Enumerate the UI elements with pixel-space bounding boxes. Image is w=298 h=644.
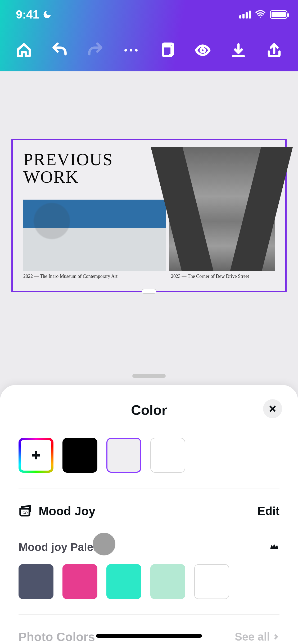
- document-colors-row: [19, 425, 279, 489]
- more-icon: [124, 49, 138, 52]
- download-button[interactable]: [223, 34, 254, 66]
- palette-swatch-3[interactable]: [106, 564, 141, 599]
- design-image-right[interactable]: [169, 147, 275, 271]
- cellular-icon: [239, 11, 251, 19]
- crown-icon: [269, 541, 279, 553]
- touch-indicator: [93, 533, 115, 555]
- status-time: 9:41: [16, 8, 39, 21]
- close-icon: [268, 404, 277, 413]
- color-swatch-black[interactable]: [62, 438, 97, 473]
- pages-button[interactable]: [151, 34, 183, 66]
- brand-edit-button[interactable]: Edit: [258, 504, 279, 518]
- wifi-icon: [255, 9, 266, 20]
- battery-icon: [270, 10, 287, 19]
- see-all-label: See all: [235, 631, 270, 643]
- color-swatch-white[interactable]: [150, 438, 185, 473]
- design-image-left[interactable]: [23, 200, 166, 271]
- photo-colors-label: Photo Colors: [19, 630, 95, 644]
- add-color-button[interactable]: [19, 438, 53, 473]
- palette-swatch-5[interactable]: [194, 564, 229, 599]
- color-sheet: Color CO. Mood Joy Edit Mood joy Pale: [0, 385, 298, 644]
- more-button[interactable]: [115, 34, 147, 66]
- svg-text:CO.: CO.: [22, 511, 29, 515]
- palette-swatch-1[interactable]: [19, 564, 53, 599]
- status-bar: 9:41: [0, 0, 298, 29]
- brand-kit-icon: CO.: [19, 504, 32, 518]
- caption-right[interactable]: 2023 — The Corner of Dew Drive Street: [171, 274, 249, 279]
- chevron-right-icon: [272, 633, 279, 641]
- design-heading-line1: PREVIOUS: [23, 150, 113, 169]
- home-button[interactable]: [8, 34, 40, 66]
- share-button[interactable]: [258, 34, 290, 66]
- redo-button[interactable]: [79, 34, 111, 66]
- preview-button[interactable]: [187, 34, 219, 66]
- page-resize-handle[interactable]: [142, 289, 156, 294]
- color-swatch-selected[interactable]: [106, 438, 141, 473]
- close-button[interactable]: [263, 399, 282, 418]
- caption-left[interactable]: 2022 — The Inaro Museum of Contemporary …: [23, 274, 118, 279]
- palette-swatch-4[interactable]: [150, 564, 185, 599]
- plus-icon: [30, 449, 42, 461]
- palette-swatch-2[interactable]: [62, 564, 97, 599]
- sheet-drag-handle[interactable]: [132, 374, 166, 378]
- brand-kit-name[interactable]: Mood Joy: [39, 504, 96, 518]
- svg-point-1: [201, 48, 205, 52]
- design-page[interactable]: PREVIOUS WORK 2022 — The Inaro Museum of…: [11, 139, 287, 292]
- canvas-area[interactable]: PREVIOUS WORK 2022 — The Inaro Museum of…: [0, 71, 298, 378]
- brand-palette-row: [19, 564, 279, 615]
- app-header: 9:41: [0, 0, 298, 71]
- editor-toolbar: [0, 29, 298, 71]
- sheet-title: Color: [131, 402, 167, 418]
- undo-button[interactable]: [44, 34, 75, 66]
- see-all-button[interactable]: See all: [235, 631, 279, 643]
- home-indicator[interactable]: [96, 634, 202, 638]
- moon-icon: [42, 10, 52, 19]
